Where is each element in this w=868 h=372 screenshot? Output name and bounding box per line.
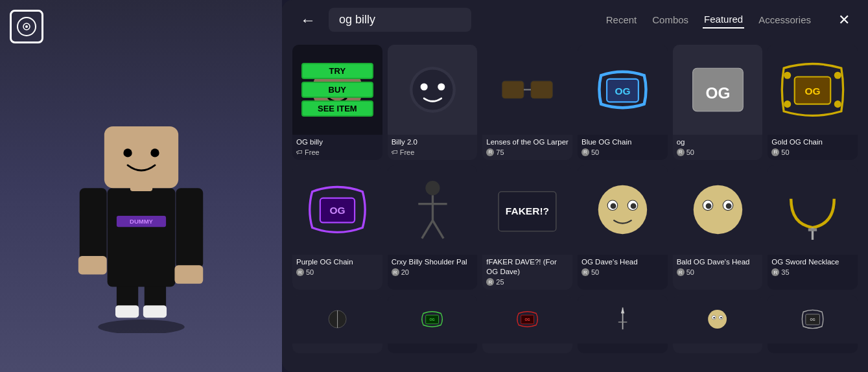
item-info: Purple OG Chain R 50 <box>292 255 382 280</box>
svg-line-46 <box>432 221 443 239</box>
item-info: Blue OG Chain R 50 <box>578 135 668 160</box>
tab-recent[interactable]: Recent <box>605 12 639 28</box>
svg-point-42 <box>425 181 440 196</box>
item-info: Billy 2.0 🏷 Free <box>388 135 478 160</box>
svg-point-74 <box>720 317 722 319</box>
item-card-og-sword-necklace[interactable]: OG Sword Necklace R 35 <box>768 165 858 290</box>
item-card-purple-og-chain[interactable]: OG Purple OG Chain R 50 <box>292 165 382 290</box>
price-value: 50 <box>591 268 599 276</box>
scan-icon[interactable] <box>10 10 43 43</box>
svg-point-24 <box>438 83 445 90</box>
item-card-blue-og-chain[interactable]: OG Blue OG Chain R 50 <box>578 45 668 160</box>
item-card-partial-4[interactable] <box>578 295 668 353</box>
svg-rect-28 <box>502 81 524 99</box>
price-value: Free <box>305 148 320 156</box>
item-info: og R 50 <box>673 135 763 160</box>
svg-rect-5 <box>115 305 139 318</box>
try-button[interactable]: TRY <box>301 63 373 79</box>
price-value: 50 <box>686 268 694 276</box>
item-info: OG Sword Necklace R 35 <box>768 255 858 280</box>
svg-point-58 <box>725 203 731 209</box>
svg-text:OG: OG <box>805 86 821 97</box>
item-card-og-daves-head[interactable]: OG Dave's Head R 50 <box>578 165 668 290</box>
item-price: R 50 <box>296 268 379 276</box>
item-card-partial-5[interactable] <box>673 295 763 353</box>
item-card-partial-6[interactable]: OG <box>768 295 858 353</box>
price-value: 50 <box>306 268 314 276</box>
svg-rect-10 <box>79 188 106 262</box>
svg-marker-69 <box>621 308 624 314</box>
item-name: OG Dave's Head <box>581 257 664 267</box>
robux-icon: R <box>771 268 779 276</box>
svg-point-54 <box>693 185 742 234</box>
price-value: 25 <box>496 278 504 286</box>
svg-point-73 <box>714 317 716 319</box>
item-price: R 50 <box>581 268 664 276</box>
svg-point-16 <box>123 148 132 157</box>
tab-accessories[interactable]: Accessories <box>757 12 812 28</box>
item-info: fFAKER DAVE?! (For OG Dave) R 25 <box>482 255 572 290</box>
item-card-lenses[interactable]: Lenses of the OG Larper R 75 <box>482 45 572 160</box>
character-avatar: DUMMY <box>57 74 226 333</box>
see-item-button[interactable]: SEE ITEM <box>301 100 373 117</box>
price-value: 50 <box>781 148 789 156</box>
item-name: Billy 2.0 <box>392 137 474 147</box>
robux-icon: R <box>581 268 589 276</box>
svg-point-49 <box>598 185 647 234</box>
search-input[interactable] <box>329 8 471 32</box>
item-name: OG Sword Necklace <box>771 257 854 267</box>
robux-icon: R <box>771 148 779 156</box>
item-name: Gold OG Chain <box>771 137 854 147</box>
items-grid: TRY BUY SEE ITEM OG billy 🏷 Free <box>292 45 858 353</box>
tab-featured[interactable]: Featured <box>703 11 744 29</box>
svg-point-37 <box>834 72 841 79</box>
svg-point-39 <box>834 100 841 108</box>
svg-point-57 <box>705 203 711 209</box>
close-button[interactable]: ✕ <box>833 9 855 31</box>
price-value: Free <box>400 148 415 156</box>
item-card-billy-2[interactable]: Billy 2.0 🏷 Free <box>388 45 478 160</box>
item-card-faker-dave[interactable]: FAKER!? fFAKER DAVE?! (For OG Dave) R 25 <box>482 165 572 290</box>
svg-text:OG: OG <box>810 318 815 321</box>
price-value: 20 <box>401 268 409 276</box>
svg-rect-12 <box>176 188 203 268</box>
item-price: R 20 <box>392 268 474 276</box>
svg-point-1 <box>25 25 28 28</box>
item-card-partial-1[interactable] <box>292 295 382 353</box>
item-card-bald-og-daves-head[interactable]: Bald OG Dave's Head R 50 <box>673 165 763 290</box>
back-button[interactable]: ← <box>295 8 321 32</box>
item-card-crxy-billy[interactable]: Crxy Billy Shoulder Pal R 20 <box>388 165 478 290</box>
svg-text:OG: OG <box>615 86 630 97</box>
svg-point-38 <box>784 100 791 108</box>
items-area: TRY BUY SEE ITEM OG billy 🏷 Free <box>282 40 868 372</box>
shop-panel: ← Recent Combos Featured Accessories ✕ <box>282 0 868 372</box>
svg-point-2 <box>98 320 184 333</box>
item-price: R 35 <box>771 268 854 276</box>
item-card-og[interactable]: OG og R 50 <box>673 45 763 160</box>
robux-icon: R <box>677 148 685 156</box>
svg-text:OG: OG <box>524 318 530 321</box>
character-panel: DUMMY <box>0 0 282 372</box>
item-price: R 50 <box>771 148 854 156</box>
item-price: R 75 <box>486 148 569 156</box>
item-name: Blue OG Chain <box>581 137 664 147</box>
robux-icon: R <box>486 148 494 156</box>
item-card-partial-3[interactable]: OG <box>482 295 572 353</box>
item-name: Bald OG Dave's Head <box>677 257 759 267</box>
svg-text:OG: OG <box>705 84 730 102</box>
tab-combos[interactable]: Combos <box>651 12 690 28</box>
item-card-partial-2[interactable]: OG <box>388 295 478 353</box>
svg-point-22 <box>412 69 452 110</box>
item-name: og <box>677 137 759 147</box>
svg-rect-15 <box>104 126 178 188</box>
item-card-og-billy[interactable]: TRY BUY SEE ITEM OG billy 🏷 Free <box>292 45 382 160</box>
robux-icon: R <box>581 148 589 156</box>
item-card-gold-og-chain[interactable]: OG Gold OG Chain R 50 <box>768 45 858 160</box>
item-info: Gold OG Chain R 50 <box>768 135 858 160</box>
item-info: OG billy 🏷 Free <box>292 135 382 160</box>
item-price: R 50 <box>581 148 664 156</box>
svg-rect-6 <box>143 305 166 318</box>
buy-button[interactable]: BUY <box>301 82 373 98</box>
item-info: Crxy Billy Shoulder Pal R 20 <box>388 255 478 280</box>
svg-point-17 <box>150 148 159 157</box>
